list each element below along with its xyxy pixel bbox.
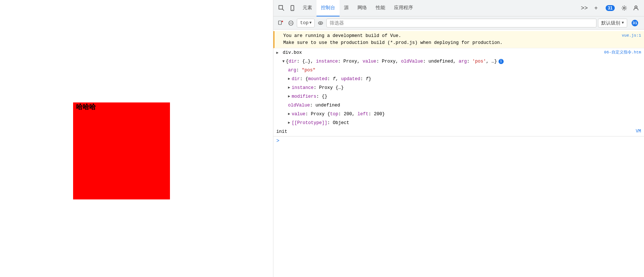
- div-box-row[interactable]: ▶ ▶ div.box div.box 06-自定义指令.htm: [273, 48, 644, 57]
- console-toolbar: top ▼ 默认级别 ▼ 31: [273, 16, 644, 30]
- clear-console-button[interactable]: [276, 19, 285, 27]
- arg-row[interactable]: arg: "pos": [273, 66, 644, 75]
- triangle-open-icon: ▶: [280, 60, 286, 62]
- tab-elements[interactable]: 元素: [298, 0, 317, 16]
- message-count-badge[interactable]: 31: [629, 19, 641, 27]
- svg-point-4: [624, 7, 625, 9]
- devtools-panel: 元素 控制台 源 网络 性能 应用程序 >> + 31: [273, 0, 644, 277]
- triangle-icon: ▶: [288, 85, 290, 91]
- modifiers-label: modifiers: {}: [292, 93, 327, 100]
- prompt-icon: >: [276, 138, 279, 144]
- chevron-down-icon: ▼: [622, 21, 624, 25]
- devtools-tabs: 元素 控制台 源 网络 性能 应用程序: [298, 0, 579, 16]
- value-row[interactable]: ▶ value: Proxy {top: 200, left: 200}: [273, 110, 644, 119]
- triangle-icon: ▶: [288, 111, 290, 117]
- notifications-button[interactable]: 31: [603, 4, 618, 12]
- add-tab-button[interactable]: +: [591, 3, 601, 13]
- settings-button[interactable]: [619, 3, 629, 13]
- tab-performance[interactable]: 性能: [371, 0, 390, 16]
- red-box: 哈哈哈: [73, 102, 170, 199]
- no-entry-button[interactable]: [287, 19, 295, 27]
- info-icon: i: [499, 59, 504, 64]
- eye-button[interactable]: [316, 19, 325, 27]
- value-label: value: Proxy {top: 200, left: 200}: [292, 111, 385, 118]
- console-input-row: >: [273, 136, 644, 145]
- svg-point-5: [635, 6, 637, 8]
- dir-row[interactable]: ▶ dir: {mounted: f, updated: f}: [273, 75, 644, 83]
- prototype-label: [[Prototype]]: Object: [292, 119, 349, 127]
- prototype-row[interactable]: ▶ [[Prototype]]: Object: [273, 119, 644, 127]
- count-dot: 31: [632, 20, 638, 26]
- oldvalue-row: oldValue: undefined: [273, 101, 644, 110]
- warning-message: You are running a development build of V…: [273, 31, 644, 48]
- object-row[interactable]: ▶ {dir: {…}, instance: Proxy, value: Pro…: [273, 57, 644, 66]
- user-button[interactable]: [631, 3, 641, 13]
- warning-text: You are running a development build of V…: [283, 33, 503, 45]
- vue-source-link[interactable]: vue.js:1: [622, 33, 641, 39]
- console-content[interactable]: You are running a development build of V…: [273, 30, 644, 277]
- dir-label: dir: {mounted: f, updated: f}: [292, 75, 371, 83]
- warning-message-row: You are running a development build of V…: [283, 33, 641, 46]
- modifiers-row[interactable]: ▶ modifiers: {}: [273, 92, 644, 101]
- devtools-toolbar: 元素 控制台 源 网络 性能 应用程序 >> + 31: [273, 0, 644, 16]
- filter-input[interactable]: [326, 19, 596, 27]
- level-selector[interactable]: 默认级别 ▼: [598, 19, 627, 27]
- object-label: {dir: {…}, instance: Proxy, value: Proxy…: [286, 58, 497, 65]
- instance-label: instance: Proxy {…}: [292, 84, 344, 91]
- tab-application[interactable]: 应用程序: [390, 0, 417, 16]
- triangle-icon: ▶: [288, 94, 290, 100]
- svg-point-12: [320, 22, 321, 24]
- console-input[interactable]: [282, 138, 641, 143]
- toolbar-right: >> + 31: [579, 3, 641, 13]
- notification-count: 31: [606, 5, 615, 11]
- tab-sources[interactable]: 源: [340, 0, 353, 16]
- triangle-icon: ▶: [276, 50, 279, 56]
- instance-row[interactable]: ▶ instance: Proxy {…}: [273, 83, 644, 92]
- chevron-down-icon: ▼: [309, 21, 311, 25]
- context-label: top: [300, 20, 308, 26]
- init-text: init: [276, 128, 287, 135]
- div-box-label: ▶ ▶ div.box div.box: [276, 49, 302, 56]
- svg-point-3: [292, 10, 293, 10]
- svg-line-1: [283, 9, 284, 11]
- svg-rect-6: [279, 21, 281, 25]
- context-selector[interactable]: top ▼: [297, 19, 315, 27]
- webpage-preview: 哈哈哈: [0, 0, 273, 277]
- red-box-text: 哈哈哈: [73, 100, 99, 113]
- arg-label: arg: "pos": [288, 67, 315, 74]
- device-toggle-button[interactable]: [287, 3, 298, 13]
- init-row: init VM: [273, 127, 644, 136]
- triangle-icon: ▶: [288, 76, 290, 82]
- vm-link[interactable]: VM: [636, 128, 641, 135]
- tab-console[interactable]: 控制台: [317, 0, 340, 16]
- warning-message-content: You are running a development build of V…: [283, 33, 619, 46]
- svg-point-11: [318, 22, 323, 25]
- level-label: 默认级别: [601, 20, 620, 26]
- more-tabs-button[interactable]: >>: [579, 3, 590, 13]
- svg-rect-0: [279, 5, 283, 9]
- triangle-icon: ▶: [288, 120, 290, 126]
- oldvalue-label: oldValue: undefined: [288, 102, 340, 109]
- tab-network[interactable]: 网络: [353, 0, 371, 16]
- inspect-button[interactable]: [276, 3, 287, 13]
- div-box-source-link[interactable]: 06-自定义指令.htm: [604, 49, 641, 56]
